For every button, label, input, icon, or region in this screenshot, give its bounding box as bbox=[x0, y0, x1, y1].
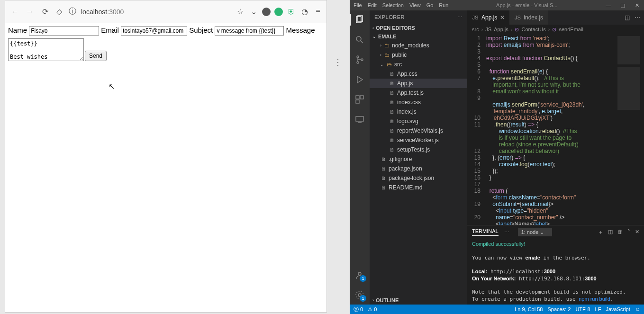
file-App-test-js[interactable]: 🗎App.test.js bbox=[370, 88, 467, 98]
info-icon[interactable]: ⓘ bbox=[68, 7, 77, 17]
js-file-icon: JS bbox=[472, 15, 479, 20]
file-package-lock-json[interactable]: 🗎package-lock.json bbox=[370, 173, 467, 183]
settings-badge: 1 bbox=[360, 295, 366, 302]
breadcrumb-src[interactable]: src bbox=[472, 27, 479, 32]
terminal-output[interactable]: Compiled successfully! You can now view … bbox=[467, 239, 644, 305]
back-button[interactable]: ← bbox=[9, 6, 20, 18]
kill-terminal-icon[interactable]: 🗑 bbox=[617, 229, 623, 236]
line-gutter: 1234567 89 1011 12131415161718 19 20 bbox=[467, 34, 484, 225]
file-package-json[interactable]: 🗎package.json bbox=[370, 164, 467, 173]
extensions-activity-icon[interactable] bbox=[354, 94, 365, 105]
svg-point-13 bbox=[358, 272, 361, 275]
minimap[interactable] bbox=[616, 34, 644, 225]
message-textarea[interactable]: {{test}} Best wishes bbox=[8, 38, 84, 61]
svg-point-6 bbox=[361, 59, 363, 61]
menu-view[interactable]: View bbox=[409, 2, 421, 8]
explorer-sidebar: EXPLORER ⋯ ›OPEN EDITORS ⌄EMALE ›🗀node_m… bbox=[370, 10, 467, 305]
file-App-js[interactable]: 🗎App.js bbox=[370, 79, 467, 88]
url-bar[interactable]: localhost:3000 bbox=[81, 5, 232, 19]
close-tab-icon[interactable]: ✕ bbox=[500, 14, 505, 21]
status-eol[interactable]: LF bbox=[595, 306, 601, 312]
overflow-menu-icon[interactable]: ⋮ bbox=[334, 57, 342, 67]
breadcrumb-sendEmail[interactable]: sendEmail bbox=[559, 27, 583, 32]
menu-edit[interactable]: Edit bbox=[368, 2, 377, 8]
maximize-button[interactable]: ▢ bbox=[616, 2, 630, 9]
send-button[interactable]: Send bbox=[85, 51, 107, 61]
status-ln-col[interactable]: Ln 9, Col 58 bbox=[515, 306, 543, 312]
menu-run[interactable]: Run bbox=[439, 2, 448, 8]
breadcrumb[interactable]: src›JSApp.js›⊙ContactUs›⊙sendEmail bbox=[467, 25, 644, 34]
terminal-tab[interactable]: TERMINAL bbox=[472, 228, 499, 236]
menu-selection[interactable]: Selection bbox=[382, 2, 404, 8]
folder-src[interactable]: ⌄🗁src bbox=[370, 60, 467, 69]
account-activity-icon[interactable]: 1 bbox=[354, 269, 365, 281]
file-setupTests-js[interactable]: 🗎setupTests.js bbox=[370, 145, 467, 154]
subject-input[interactable] bbox=[215, 26, 284, 36]
menu-go[interactable]: Go bbox=[426, 2, 434, 8]
status-errors[interactable]: ⓧ 0 bbox=[354, 306, 363, 313]
breadcrumb-ContactUs[interactable]: ContactUs bbox=[521, 27, 545, 32]
status-encoding[interactable]: UTF-8 bbox=[575, 306, 590, 312]
status-spaces[interactable]: Spaces: 2 bbox=[547, 306, 571, 312]
explorer-activity-icon[interactable] bbox=[354, 14, 365, 26]
svg-point-2 bbox=[356, 36, 361, 41]
new-terminal-icon[interactable]: ＋ bbox=[598, 229, 603, 236]
menu-file[interactable]: File bbox=[354, 2, 362, 8]
panel-more-icon[interactable]: ⋯ bbox=[504, 229, 509, 235]
chevron-down-icon: ⌄ bbox=[372, 34, 376, 39]
status-feedback-icon[interactable]: ☺ bbox=[635, 306, 640, 312]
code-editor[interactable]: 1234567 89 1011 12131415161718 19 20 imp… bbox=[467, 34, 644, 225]
ext-icon-1[interactable] bbox=[262, 8, 271, 16]
svg-rect-8 bbox=[356, 96, 359, 99]
search-activity-icon[interactable] bbox=[354, 34, 365, 45]
ext-icon-2[interactable] bbox=[274, 8, 283, 16]
debug-activity-icon[interactable] bbox=[354, 74, 365, 85]
split-editor-icon[interactable]: ◫ bbox=[625, 14, 630, 21]
terminal-panel: TERMINAL ⋯ 1: node ⌄ ＋ ◫ 🗑 ˄ ✕ Compiled … bbox=[467, 225, 644, 305]
status-lang[interactable]: JavaScript bbox=[606, 306, 630, 312]
outline-section[interactable]: ›OUTLINE bbox=[370, 296, 467, 305]
shield-icon[interactable]: ◇ bbox=[54, 7, 64, 17]
mouse-cursor-icon: ↖ bbox=[109, 82, 115, 91]
name-input[interactable] bbox=[29, 26, 99, 36]
settings-activity-icon[interactable]: 1 bbox=[354, 289, 365, 301]
breadcrumb-App.js[interactable]: App.js bbox=[494, 27, 508, 32]
file-App-css[interactable]: 🗎App.css bbox=[370, 69, 467, 79]
editor-more-icon[interactable]: ⋯ bbox=[635, 14, 640, 21]
minimize-button[interactable]: — bbox=[601, 2, 616, 9]
folder-public[interactable]: ›🗀public bbox=[370, 50, 467, 60]
svg-rect-10 bbox=[356, 100, 359, 103]
explorer-more-icon[interactable]: ⋯ bbox=[457, 14, 463, 20]
file-reportWebVitals-js[interactable]: 🗎reportWebVitals.js bbox=[370, 126, 467, 135]
project-section[interactable]: ⌄EMALE bbox=[370, 32, 467, 41]
folder-node-modules[interactable]: ›🗀node_modules bbox=[370, 41, 467, 50]
split-terminal-icon[interactable]: ◫ bbox=[608, 229, 613, 236]
file-index-js[interactable]: 🗎index.js bbox=[370, 107, 467, 117]
menu-icon[interactable]: ≡ bbox=[313, 7, 323, 17]
reload-button[interactable]: ⟳ bbox=[39, 6, 51, 18]
file-serviceWorker-js[interactable]: 🗎serviceWorker.js bbox=[370, 135, 467, 145]
ext-shield-icon[interactable]: ⛨ bbox=[287, 7, 296, 17]
status-warnings[interactable]: ⚠ 0 bbox=[368, 306, 377, 313]
remote-activity-icon[interactable] bbox=[354, 114, 365, 125]
terminal-select[interactable]: 1: node ⌄ bbox=[518, 228, 553, 236]
forward-button[interactable]: → bbox=[24, 6, 36, 18]
code-content[interactable]: import React from 'react'; import emailj… bbox=[484, 34, 616, 225]
panel-close-icon[interactable]: ✕ bbox=[635, 229, 639, 236]
tab-index-js[interactable]: JSindex.js bbox=[509, 10, 548, 25]
file-logo-svg[interactable]: 🗎logo.svg bbox=[370, 117, 467, 126]
email-input[interactable] bbox=[121, 26, 187, 36]
file-index-css[interactable]: 🗎index.css bbox=[370, 98, 467, 107]
scm-activity-icon[interactable] bbox=[354, 54, 365, 65]
page-content: Name Email Subject Message {{test}} Best… bbox=[5, 23, 327, 312]
ext-icon-3[interactable]: ◔ bbox=[300, 7, 309, 17]
bookmark-star-icon[interactable]: ☆ bbox=[236, 7, 245, 17]
close-button[interactable]: ✕ bbox=[630, 2, 644, 9]
tab-App-js[interactable]: JSApp.js✕ bbox=[467, 10, 509, 25]
panel-chevron-up-icon[interactable]: ˄ bbox=[627, 229, 630, 236]
pocket-icon[interactable]: ⌄ bbox=[249, 7, 258, 17]
file--gitignore[interactable]: 🗎.gitignore bbox=[370, 154, 467, 164]
titlebar: FileEditSelectionViewGoRun App.js - emal… bbox=[350, 0, 644, 10]
file-README-md[interactable]: 🗎README.md bbox=[370, 183, 467, 192]
open-editors-section[interactable]: ›OPEN EDITORS bbox=[370, 24, 467, 32]
